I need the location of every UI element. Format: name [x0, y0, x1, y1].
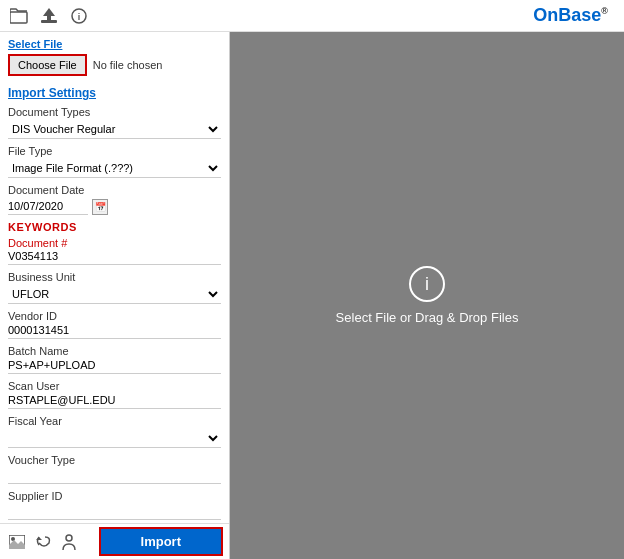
keyword-vendor-id-label: Vendor ID: [8, 310, 221, 322]
keyword-fiscal-year-label: Fiscal Year: [8, 415, 221, 427]
drop-text: Select File or Drag & Drop Files: [336, 310, 519, 325]
keyword-document-num: Document # V0354113: [8, 237, 221, 265]
keyword-batch-name: Batch Name PS+AP+UPLOAD: [8, 345, 221, 374]
document-date-field: Document Date 📅: [8, 184, 221, 215]
bottom-icons: [6, 531, 80, 553]
document-date-label: Document Date: [8, 184, 221, 196]
keyword-supplier-id: Supplier ID: [8, 490, 221, 520]
keyword-document-num-value: V0354113: [8, 250, 221, 265]
keywords-section-label: KEYWORDS: [8, 221, 221, 233]
keyword-batch-name-value: PS+AP+UPLOAD: [8, 359, 221, 374]
document-types-field: Document Types DIS Voucher Regular: [8, 106, 221, 139]
toolbar-icons: i: [8, 5, 90, 27]
keyword-vendor-id: Vendor ID 0000131451: [8, 310, 221, 339]
file-type-label: File Type: [8, 145, 221, 157]
left-panel-content: Select File Choose File No file chosen I…: [0, 32, 229, 523]
date-field-row: 📅: [8, 198, 221, 215]
file-type-field: File Type Image File Format (.???): [8, 145, 221, 178]
svg-rect-1: [41, 20, 57, 23]
document-types-select[interactable]: DIS Voucher Regular: [8, 120, 221, 139]
no-file-text: No file chosen: [93, 59, 163, 71]
upload-icon[interactable]: [38, 5, 60, 27]
bottom-toolbar: Import: [0, 523, 229, 559]
right-panel[interactable]: i Select File or Drag & Drop Files: [230, 32, 624, 559]
undo-icon[interactable]: [32, 531, 54, 553]
keyword-business-unit: Business Unit UFLOR: [8, 271, 221, 304]
person-icon[interactable]: [58, 531, 80, 553]
keyword-scan-user-label: Scan User: [8, 380, 221, 392]
svg-text:i: i: [78, 12, 81, 22]
keyword-batch-name-label: Batch Name: [8, 345, 221, 357]
file-select-row: Choose File No file chosen: [8, 54, 221, 76]
import-button[interactable]: Import: [99, 527, 223, 556]
info-icon[interactable]: i: [68, 5, 90, 27]
image-icon[interactable]: [6, 531, 28, 553]
keyword-scan-user: Scan User RSTAPLE@UFL.EDU: [8, 380, 221, 409]
svg-marker-2: [43, 8, 55, 20]
keyword-supplier-id-value: [8, 504, 221, 520]
file-type-select[interactable]: Image File Format (.???): [8, 159, 221, 178]
calendar-icon[interactable]: 📅: [92, 199, 108, 215]
main-layout: Select File Choose File No file chosen I…: [0, 32, 624, 559]
keyword-voucher-type-value: [8, 468, 221, 484]
svg-marker-7: [9, 540, 25, 549]
keyword-voucher-type-label: Voucher Type: [8, 454, 221, 466]
keyword-fiscal-year-select[interactable]: [8, 429, 221, 448]
choose-file-button[interactable]: Choose File: [8, 54, 87, 76]
svg-rect-0: [10, 12, 27, 23]
keyword-scan-user-value: RSTAPLE@UFL.EDU: [8, 394, 221, 409]
document-types-label: Document Types: [8, 106, 221, 118]
keyword-business-unit-label: Business Unit: [8, 271, 221, 283]
document-date-input[interactable]: [8, 198, 88, 215]
toolbar: i OnBase®: [0, 0, 624, 32]
keyword-fiscal-year: Fiscal Year: [8, 415, 221, 448]
keyword-voucher-type: Voucher Type: [8, 454, 221, 484]
keyword-document-num-label: Document #: [8, 237, 221, 249]
select-file-label: Select File: [8, 38, 221, 50]
svg-point-8: [66, 535, 72, 541]
left-panel: Select File Choose File No file chosen I…: [0, 32, 230, 559]
drop-info-icon: i: [409, 266, 445, 302]
keyword-business-unit-select[interactable]: UFLOR: [8, 285, 221, 304]
import-settings-label: Import Settings: [8, 86, 221, 100]
keyword-supplier-id-label: Supplier ID: [8, 490, 221, 502]
keyword-vendor-id-value: 0000131451: [8, 324, 221, 339]
folder-icon[interactable]: [8, 5, 30, 27]
app-logo: OnBase®: [533, 5, 608, 26]
